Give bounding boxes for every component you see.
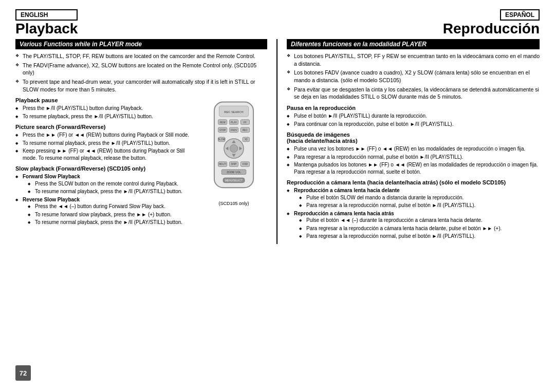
english-text-section: Playback pause Press the ►/II (PLAY/STIL… xyxy=(15,97,196,230)
english-sf-item-1: Press the SLOW button on the remote cont… xyxy=(28,180,196,188)
english-picture-search: Picture search (Forward/Reverse) Press t… xyxy=(15,124,196,161)
english-intro-item-2: The FADV(Frame advance), X2, SLOW button… xyxy=(15,62,267,77)
english-intro-item-1: The PLAY/STILL, STOP, FF, REW buttons ar… xyxy=(15,52,267,60)
page: ENGLISH Playback ESPAÑOL Reproducción Va… xyxy=(0,0,555,392)
english-intro-item-3: To prevent tape and head-drum wear, your… xyxy=(15,78,267,93)
english-ps-item-1: Press the ►► (FF) or ◄◄ (REW) buttons du… xyxy=(15,132,196,139)
english-ps-item-2: To resume normal playback, press the ►/I… xyxy=(15,140,196,147)
spanish-slow-reverse-label: Reproducción a cámara lenta hacia atrás … xyxy=(287,210,540,240)
svg-text:MENU/SELECT: MENU/SELECT xyxy=(225,179,243,182)
spanish-picture-search: Búsqueda de imágenes (hacia delante/haci… xyxy=(287,132,540,175)
svg-text:REC: REC xyxy=(243,129,248,132)
spanish-header: ESPAÑOL Reproducción xyxy=(443,9,540,37)
english-pp-item-1: Press the ►/II (PLAY/STILL) button durin… xyxy=(15,105,196,112)
svg-text:PLAY: PLAY xyxy=(231,121,237,124)
english-ps-item-3: Keep pressing ►► (FF) or ◄◄ (REW) button… xyxy=(15,147,196,161)
top-bar: ENGLISH Playback ESPAÑOL Reproducción xyxy=(15,9,540,37)
spanish-sr-item-2: Para regresar a la reproducción a cámara… xyxy=(299,225,540,232)
english-title: Playback xyxy=(15,21,78,37)
spanish-section-header: Diferentes funciones en la modalidad PLA… xyxy=(287,39,540,49)
english-sub-columns: Playback pause Press the ►/II (PLAY/STIL… xyxy=(15,97,267,230)
remote-control-area: REC SEARCH REW PLAY FF STOP FADV xyxy=(200,97,267,230)
spanish-slow-forward-label: Reproducción a cámara lenta hacia delant… xyxy=(287,187,540,209)
svg-text:STOP: STOP xyxy=(219,129,226,132)
english-intro-list: The PLAY/STILL, STOP, FF, REW buttons ar… xyxy=(15,52,267,93)
spanish-sf-item-1: Pulse el botón SLOW del mando a distanci… xyxy=(299,194,540,201)
svg-text:FADV: FADV xyxy=(231,129,237,132)
spanish-sr-item-3: Para regresar a la reproducción normal, … xyxy=(299,233,540,240)
english-sr-item-3: To resume normal playback, press the ►/I… xyxy=(28,219,196,226)
main-content: Various Functions while in PLAYER mode T… xyxy=(15,39,540,244)
svg-text:DISP: DISP xyxy=(231,163,236,166)
svg-text:X2: X2 xyxy=(245,139,248,141)
english-playback-pause: Playback pause Press the ►/II (PLAY/STIL… xyxy=(15,97,196,120)
english-sr-item-2: To resume forward slow playback, press t… xyxy=(28,211,196,218)
spanish-column: Diferentes funciones en la modalidad PLA… xyxy=(278,39,540,244)
english-slow-title: Slow playback (Forward/Reverse) (SCD105 … xyxy=(15,165,196,172)
page-number: 72 xyxy=(15,365,31,381)
spanish-slow-forward-sub: Pulse el botón SLOW del mando a distanci… xyxy=(299,194,540,209)
spanish-slow-title: Reproducción a cámara lenta (hacia delan… xyxy=(287,179,540,185)
svg-text:SLOW: SLOW xyxy=(218,139,226,141)
spanish-ps-item-2: Para regresar a la reproducción normal, … xyxy=(287,154,540,161)
spanish-sr-item-1: Pulse el botón ◄◄ (–) durante la reprodu… xyxy=(299,217,540,224)
svg-text:ZOOM / VOL: ZOOM / VOL xyxy=(227,171,241,174)
spanish-playback-pause-title: Pausa en la reproducción xyxy=(287,105,540,111)
english-header: ENGLISH Playback xyxy=(15,9,78,37)
english-slow-forward-label-item: Forward Slow Playback Press the SLOW but… xyxy=(15,173,196,195)
spanish-slow-reverse-sub: Pulse el botón ◄◄ (–) durante la reprodu… xyxy=(299,217,540,240)
spanish-playback-pause: Pausa en la reproducción Pulse el botón … xyxy=(287,105,540,127)
spanish-pp-item-2: Para continuar con la reproducción, puls… xyxy=(287,121,540,128)
english-slow-forward-label: Forward Slow Playback Press the SLOW but… xyxy=(15,173,196,226)
spanish-slow-playback: Reproducción a cámara lenta (hacia delan… xyxy=(287,179,540,240)
english-badge: ENGLISH xyxy=(15,9,78,21)
spanish-playback-pause-list: Pulse el botón ►/II (PLAY/STILL) durante… xyxy=(287,113,540,127)
svg-text:REC SEARCH: REC SEARCH xyxy=(224,111,243,114)
english-pp-item-2: To resume playback, press the ►/II (PLAY… xyxy=(15,113,196,120)
remote-control-image: REC SEARCH REW PLAY FF STOP FADV xyxy=(203,97,265,200)
english-playback-pause-title: Playback pause xyxy=(15,97,196,103)
spanish-pp-item-1: Pulse el botón ►/II (PLAY/STILL) durante… xyxy=(287,113,540,120)
spanish-sf-item-2: Para regresar a la reproducción normal, … xyxy=(299,202,540,209)
english-slow-playback: Slow playback (Forward/Reverse) (SCD105 … xyxy=(15,165,196,226)
spanish-intro-item-2: Los botones FADV (avance cuadro a cuadro… xyxy=(287,69,540,84)
svg-text:MULTI: MULTI xyxy=(219,163,226,166)
english-playback-pause-list: Press the ►/II (PLAY/STILL) button durin… xyxy=(15,105,196,120)
svg-text:REW: REW xyxy=(220,121,226,124)
spanish-intro-list: Los botones PLAY/STILL, STOP, FF y REW s… xyxy=(287,52,540,101)
spanish-title: Reproducción xyxy=(443,21,540,37)
spanish-badge: ESPAÑOL xyxy=(500,9,540,21)
english-slow-reverse-list: Press the ◄◄ (–) button during Forward S… xyxy=(28,203,196,226)
svg-text:FF: FF xyxy=(244,121,247,124)
english-section-header: Various Functions while in PLAYER mode xyxy=(15,39,267,49)
english-slow-forward-list: Press the SLOW button on the remote cont… xyxy=(28,180,196,195)
spanish-picture-search-title: Búsqueda de imágenes (hacia delante/haci… xyxy=(287,132,540,144)
spanish-intro-item-1: Los botones PLAY/STILL, STOP, FF y REW s… xyxy=(287,52,540,67)
svg-text:OSD: OSD xyxy=(243,163,248,166)
spanish-picture-search-list: Pulse una vez los botones ►► (FF) o ◄◄ (… xyxy=(287,145,540,175)
spanish-slow-list: Reproducción a cámara lenta hacia delant… xyxy=(287,187,540,240)
spanish-ps-item-3: Mantenga pulsados los botones ►► (FF) o … xyxy=(287,161,540,175)
spanish-ps-item-1: Pulse una vez los botones ►► (FF) o ◄◄ (… xyxy=(287,145,540,153)
english-sr-item-1: Press the ◄◄ (–) button during Forward S… xyxy=(28,203,196,210)
spanish-intro-item-3: Para evitar que se desgasten la cinta y … xyxy=(287,86,540,101)
english-slow-reverse-label-item: Reverse Slow Playback Press the ◄◄ (–) b… xyxy=(15,196,196,226)
english-picture-search-title: Picture search (Forward/Reverse) xyxy=(15,124,196,130)
english-column: Various Functions while in PLAYER mode T… xyxy=(15,39,278,244)
svg-point-16 xyxy=(230,145,237,153)
english-sf-item-2: To resume normal playback, press the ►/I… xyxy=(28,188,196,195)
remote-caption: (SCD105 only) xyxy=(218,201,249,206)
english-picture-search-list: Press the ►► (FF) or ◄◄ (REW) buttons du… xyxy=(15,132,196,161)
